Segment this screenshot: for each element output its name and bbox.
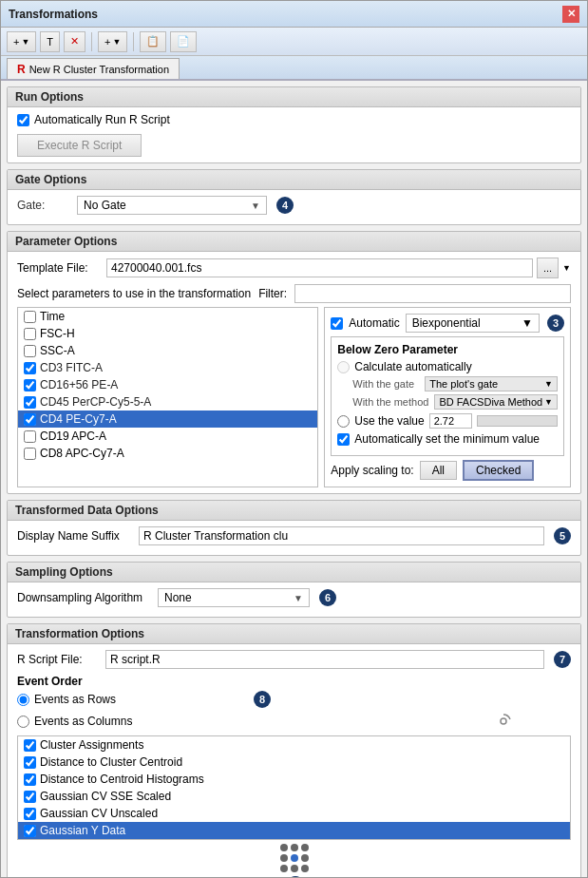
events-cols-label: Events as Columns (34, 715, 132, 728)
param-cd16[interactable]: CD16+56 PE-A (18, 376, 317, 393)
event-gaussian-cv-cb[interactable] (24, 808, 36, 820)
toolbar: + ▼ T ✕ + ▼ 📋 📄 (1, 28, 587, 56)
below-zero-title: Below Zero Parameter (337, 343, 558, 356)
with-method-value: BD FACSDiva Method (439, 396, 542, 408)
param-cd3[interactable]: CD3 FITC-A (18, 359, 317, 376)
filter-input[interactable] (294, 284, 571, 303)
filter-row: Select parameters to use in the transfor… (17, 284, 571, 303)
transformation-options-header: Transformation Options (8, 624, 580, 644)
with-method-dropdown[interactable]: BD FACSDiva Method ▼ (434, 394, 558, 410)
param-cd4[interactable]: CD4 PE-Cy7-A (18, 410, 317, 428)
run-options-body: Automatically Run R Script Execute R Scr… (8, 107, 580, 162)
param-cd4-checkbox[interactable] (24, 413, 36, 426)
events-rows-radio[interactable] (17, 694, 29, 706)
param-ssca[interactable]: SSC-A (18, 342, 317, 359)
rscript-label: R Script File: (17, 653, 98, 666)
all-btn[interactable]: All (420, 461, 457, 480)
template-row: Template File: ... ▼ (17, 258, 571, 278)
event-distance-histograms[interactable]: Distance to Centroid Histograms (18, 771, 570, 788)
separator (91, 32, 92, 51)
add-button[interactable]: + ▼ (7, 31, 36, 52)
add-arrow: ▼ (21, 37, 29, 47)
use-value-radio[interactable] (337, 415, 350, 428)
automatic-checkbox[interactable] (331, 317, 343, 330)
event-gaussian-sse[interactable]: Gaussian CV SSE Scaled (18, 788, 570, 805)
execute-btn[interactable]: Execute R Script (17, 134, 142, 157)
event-gaussian-sse-cb[interactable] (24, 791, 36, 803)
close-button[interactable]: ✕ (562, 6, 579, 23)
browse-btn[interactable]: ... (537, 258, 559, 278)
cluster-icon (280, 844, 309, 872)
rscript-row: R Script File: 7 (17, 650, 571, 669)
window-title: Transformations (9, 8, 98, 21)
with-gate-dropdown[interactable]: The plot's gate ▼ (425, 376, 558, 391)
event-cluster-assignments-cb[interactable] (24, 739, 36, 752)
param-cd45[interactable]: CD45 PerCP-Cy5-5-A (18, 393, 317, 410)
sampling-options-section: Sampling Options Downsampling Algorithm … (7, 562, 581, 618)
event-gaussian-y-cb[interactable] (24, 825, 36, 837)
rscript-badge: 7 (554, 651, 571, 668)
event-distance-centroid[interactable]: Distance to Cluster Centroid (18, 754, 570, 771)
copy-button[interactable]: 📋 (140, 31, 166, 52)
template-input[interactable] (106, 258, 533, 277)
events-rows-badge: 8 (254, 691, 271, 708)
delete-button[interactable]: ✕ (64, 31, 85, 52)
events-rows-row: Events as Rows 8 (17, 691, 571, 708)
gate-field-row: Gate: No Gate ▼ 4 (17, 196, 571, 215)
biexp-label: Biexponential (412, 316, 481, 330)
event-gaussian-y[interactable]: Gaussian Y Data (18, 822, 570, 839)
param-cd19[interactable]: CD19 APC-A (18, 428, 317, 445)
auto-row: Automatic Biexponential ▼ 3 (331, 314, 564, 333)
text-button[interactable]: T (40, 31, 60, 52)
paste-button[interactable]: 📄 (170, 31, 197, 52)
param-cd19-checkbox[interactable] (24, 430, 36, 443)
param-fsch[interactable]: FSC-H (18, 325, 317, 342)
param-cd16-checkbox[interactable] (24, 379, 36, 391)
with-method-arrow: ▼ (544, 397, 553, 407)
param-list: Time FSC-H SSC-A CD3 FITC-A CD16+56 (17, 307, 318, 487)
slider-bar[interactable] (477, 415, 558, 427)
param-cd3-checkbox[interactable] (24, 362, 36, 374)
param-cd8-checkbox[interactable] (24, 448, 36, 460)
event-distance-centroid-cb[interactable] (24, 756, 36, 769)
algo-arrow: ▼ (294, 593, 303, 603)
param-cd8[interactable]: CD8 APC-Cy7-A (18, 445, 317, 462)
tab-label: New R Cluster Transformation (29, 64, 169, 75)
tab-bar: R New R Cluster Transformation (1, 56, 587, 81)
use-value-input[interactable] (429, 413, 472, 429)
events-cols-radio[interactable] (17, 716, 29, 728)
calc-auto-row: Calculate automatically (337, 360, 558, 373)
event-cluster-assignments[interactable]: Cluster Assignments (18, 736, 570, 754)
algo-dropdown[interactable]: None ▼ (158, 588, 310, 607)
checked-btn[interactable]: Checked (463, 460, 534, 481)
auto-min-checkbox[interactable] (337, 433, 350, 446)
biexp-dropdown[interactable]: Biexponential ▼ (406, 314, 540, 333)
transformed-data-body: Display Name Suffix 5 (8, 521, 580, 555)
gate-options-body: Gate: No Gate ▼ 4 (8, 190, 580, 224)
param-cd45-checkbox[interactable] (24, 396, 36, 409)
gate-value: No Gate (84, 199, 126, 212)
add2-button[interactable]: + ▼ (98, 31, 127, 52)
param-ssca-checkbox[interactable] (24, 345, 36, 357)
use-value-row: Use the value (337, 413, 558, 429)
param-time-checkbox[interactable] (24, 311, 36, 323)
browse-arrow[interactable]: ▼ (562, 263, 571, 273)
gate-badge: 4 (276, 197, 294, 214)
title-bar: Transformations ✕ (1, 1, 587, 28)
tab-new-r-cluster[interactable]: R New R Cluster Transformation (7, 58, 180, 79)
param-time[interactable]: Time (18, 308, 317, 325)
text-icon: T (47, 36, 53, 48)
suffix-row: Display Name Suffix 5 (17, 526, 571, 545)
auto-run-checkbox[interactable] (17, 114, 29, 126)
suffix-input[interactable] (139, 526, 544, 545)
gate-dropdown[interactable]: No Gate ▼ (77, 196, 267, 215)
below-zero-section: Below Zero Parameter Calculate automatic… (331, 336, 564, 456)
event-gaussian-cv[interactable]: Gaussian CV Unscaled (18, 805, 570, 822)
algo-value: None (164, 591, 192, 604)
event-distance-histograms-cb[interactable] (24, 773, 36, 786)
param-fsch-checkbox[interactable] (24, 328, 36, 340)
transformed-data-header: Transformed Data Options (8, 501, 580, 521)
calc-auto-radio[interactable] (337, 361, 350, 373)
rscript-input[interactable] (105, 650, 544, 669)
events-rows-label: Events as Rows (34, 693, 116, 706)
